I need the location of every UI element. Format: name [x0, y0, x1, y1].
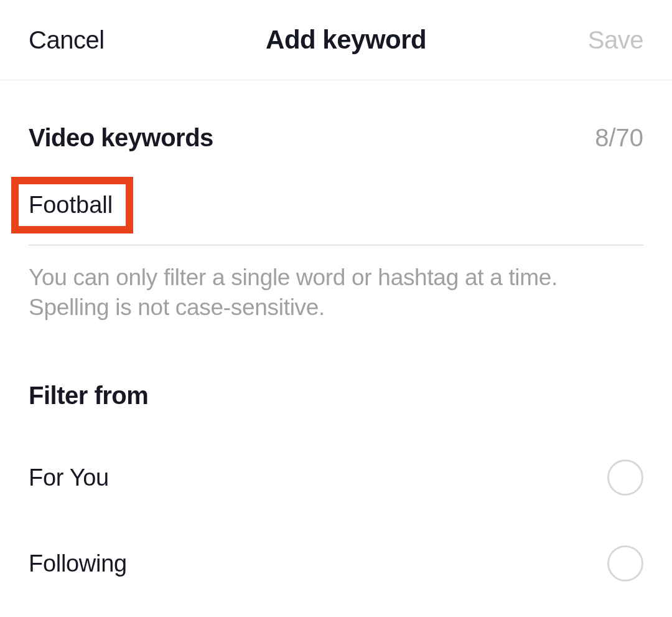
helper-text: You can only filter a single word or has… [29, 263, 643, 323]
content-area: Video keywords 8/70 You can only filter … [0, 80, 672, 606]
save-button[interactable]: Save [588, 26, 643, 54]
keyword-input-wrapper [11, 177, 643, 233]
keyword-input[interactable] [29, 192, 116, 219]
radio-icon [607, 545, 643, 582]
keywords-section-title: Video keywords [29, 124, 213, 152]
keywords-section-header: Video keywords 8/70 [29, 80, 643, 177]
page-title: Add keyword [266, 25, 426, 55]
modal-header: Cancel Add keyword Save [0, 0, 672, 80]
highlight-annotation [11, 177, 133, 233]
filter-section-title: Filter from [29, 382, 643, 435]
radio-icon [607, 459, 643, 496]
input-underline [29, 245, 643, 245]
filter-option-following[interactable]: Following [29, 520, 643, 606]
filter-label: For You [29, 464, 109, 491]
character-counter: 8/70 [595, 124, 643, 152]
filter-label: Following [29, 550, 127, 577]
filter-section: Filter from For You Following [29, 323, 643, 606]
cancel-button[interactable]: Cancel [29, 26, 105, 54]
filter-option-for-you[interactable]: For You [29, 435, 643, 520]
